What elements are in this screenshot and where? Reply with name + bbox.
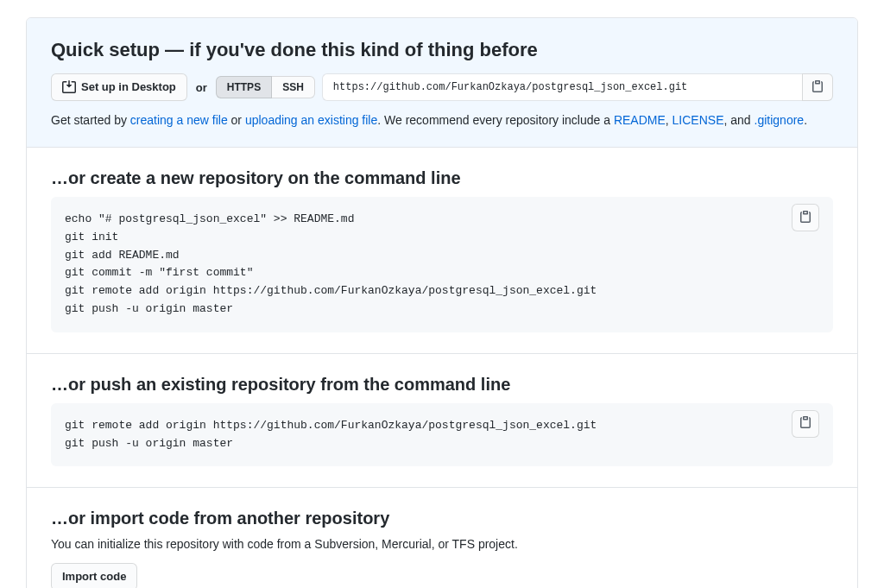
clipboard-icon xyxy=(799,415,812,432)
create-code-wrapper: echo "# postgresql_json_excel" >> README… xyxy=(51,197,833,332)
license-link[interactable]: LICENSE xyxy=(672,113,724,127)
create-file-link[interactable]: creating a new file xyxy=(130,113,228,127)
import-repo-title: …or import code from another repository xyxy=(51,509,833,528)
import-code-button[interactable]: Import code xyxy=(51,563,137,588)
ssh-tab[interactable]: SSH xyxy=(272,76,315,98)
upload-file-link[interactable]: uploading an existing file xyxy=(245,113,377,127)
gitignore-link[interactable]: .gitignore xyxy=(755,113,805,127)
copy-create-code-button[interactable] xyxy=(792,204,819,231)
https-tab[interactable]: HTTPS xyxy=(216,76,272,98)
push-repo-title: …or push an existing repository from the… xyxy=(51,375,833,395)
quick-setup-section: Quick setup — if you've done this kind o… xyxy=(27,18,857,148)
setup-desktop-label: Set up in Desktop xyxy=(81,79,176,96)
clipboard-icon xyxy=(799,210,812,226)
setup-row: Set up in Desktop or HTTPS SSH xyxy=(51,73,833,101)
quick-setup-title: Quick setup — if you've done this kind o… xyxy=(51,39,833,61)
copy-url-button[interactable] xyxy=(802,73,833,101)
clone-url-input[interactable] xyxy=(322,73,802,101)
copy-push-code-button[interactable] xyxy=(792,410,819,438)
protocol-btn-group: HTTPS SSH xyxy=(216,76,315,98)
import-repo-desc: You can initialize this repository with … xyxy=(51,537,833,551)
or-separator: or xyxy=(196,81,207,94)
create-repo-title: …or create a new repository on the comma… xyxy=(51,168,833,188)
readme-link[interactable]: README xyxy=(614,113,666,127)
push-repo-section: …or push an existing repository from the… xyxy=(27,354,857,489)
setup-desktop-button[interactable]: Set up in Desktop xyxy=(51,73,187,101)
import-repo-section: …or import code from another repository … xyxy=(27,488,857,588)
create-repo-code[interactable]: echo "# postgresql_json_excel" >> README… xyxy=(51,197,833,332)
create-repo-section: …or create a new repository on the comma… xyxy=(27,148,857,354)
push-code-wrapper: git remote add origin https://github.com… xyxy=(51,403,833,467)
desktop-icon xyxy=(62,80,76,94)
repo-setup-container: Quick setup — if you've done this kind o… xyxy=(26,17,858,588)
push-repo-code[interactable]: git remote add origin https://github.com… xyxy=(51,403,833,467)
quick-setup-help: Get started by creating a new file or up… xyxy=(51,111,833,130)
clipboard-icon xyxy=(811,79,824,96)
